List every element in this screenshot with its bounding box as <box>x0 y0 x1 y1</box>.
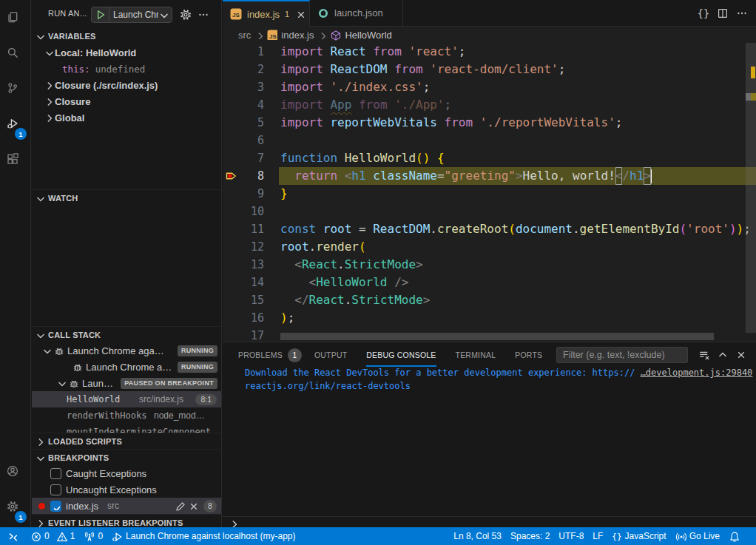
section-header-breakpoints[interactable]: BREAKPOINTS <box>32 449 221 465</box>
section-header-variables[interactable]: VARIABLES <box>32 28 221 44</box>
status-item-errors[interactable]: 0 <box>29 527 51 545</box>
line-number: 16 <box>223 309 264 327</box>
editor-line-10: 10 <box>223 203 756 220</box>
panel-tab-debug-console[interactable]: DEBUG CONSOLE <box>366 342 436 368</box>
activity-bar-item-explorer[interactable] <box>0 2 30 38</box>
console-source-link[interactable]: …development.js:29840 <box>641 366 753 379</box>
breakpoint-label: index.js <box>66 501 98 512</box>
status-item-language-mode[interactable]: {}JavaScript <box>610 527 667 545</box>
scope-label: Closure <box>55 96 90 107</box>
activity-bar-item-run-and-debug[interactable]: 1 <box>0 109 30 144</box>
code-token: const <box>280 220 323 238</box>
bug-icon <box>68 378 79 389</box>
status-bar-left: 010Launch Chrome against localhost (my-a… <box>0 527 297 545</box>
callstack-session-row[interactable]: Launch Chrome aga…RUNNING <box>32 342 221 359</box>
line-number: 1 <box>223 43 264 61</box>
editor-line-5: 5import reportWebVitals from './reportWe… <box>223 114 756 132</box>
variables-scope-row[interactable]: Local: HelloWorld <box>32 44 221 61</box>
status-item-ports-forwarded[interactable]: 0 <box>82 527 104 545</box>
status-item-cursor-position[interactable]: Ln 8, Col 53 <box>452 527 503 545</box>
activity-bar-item-settings[interactable]: 1 <box>0 492 30 527</box>
status-item-label: LF <box>593 531 603 541</box>
variables-scope-row[interactable]: Closure <box>32 93 221 109</box>
variables-scope-row[interactable]: Global <box>32 109 221 126</box>
overview-ruler-mark <box>746 93 751 101</box>
code-token: ; <box>558 61 566 78</box>
tab-close-button[interactable] <box>295 9 306 20</box>
code-token: = <box>437 167 445 185</box>
breakpoint-row[interactable]: index.jssrc8 <box>32 498 221 514</box>
tab-index.js[interactable]: JSindex.js1 <box>223 0 310 27</box>
code-editor[interactable]: 1import React from 'react';2import React… <box>223 43 756 342</box>
code-token: from <box>394 61 430 78</box>
status-item-notifications[interactable] <box>727 527 744 545</box>
status-item-debug-session[interactable]: Launch Chrome against localhost (my-app) <box>110 527 297 545</box>
activity-bar-item-extensions[interactable] <box>0 144 30 180</box>
breadcrumb-item-HelloWorld[interactable]: HelloWorld <box>330 30 391 41</box>
callstack-frame-row[interactable]: renderWithHooksnode_mod… <box>32 407 221 424</box>
section-header-watch[interactable]: WATCH <box>32 189 221 206</box>
panel-tab-label: DEBUG CONSOLE <box>366 351 436 359</box>
clear-console-button[interactable] <box>695 346 713 364</box>
activity-bar-item-accounts[interactable] <box>0 456 30 492</box>
clear-icon <box>698 349 710 361</box>
code-token: import <box>280 61 330 78</box>
panel-tab-output[interactable]: OUTPUT <box>314 342 347 368</box>
sticky-scroll-button[interactable]: {} <box>694 4 713 23</box>
variable-name: this: <box>62 64 90 75</box>
views-more-button[interactable] <box>195 7 212 23</box>
panel-tab-terminal[interactable]: TERMINAL <box>456 342 496 368</box>
status-item-go-live[interactable]: Go Live <box>674 527 721 545</box>
launch-config-control[interactable]: Launch Chro <box>91 7 172 23</box>
section-label: CALL STACK <box>48 331 101 339</box>
scope-label: Closure (./src/index.js) <box>55 80 158 91</box>
more-actions-button[interactable] <box>732 4 752 23</box>
problems-count-badge: 1 <box>288 348 302 362</box>
status-item-label: Ln 8, Col 53 <box>453 531 502 541</box>
panel-tab-ports[interactable]: PORTS <box>515 342 542 368</box>
code-token: from <box>445 114 480 132</box>
edit-breakpoint-button[interactable] <box>173 499 186 512</box>
console-filter-input[interactable] <box>556 347 688 363</box>
exception-option-row[interactable]: Uncaught Exceptions <box>32 481 221 498</box>
variables-scope-row[interactable]: Closure (./src/index.js) <box>32 77 221 93</box>
checkbox-unchecked[interactable] <box>50 484 61 495</box>
debug-settings-button[interactable] <box>178 7 194 23</box>
vertical-scrollbar[interactable] <box>746 43 756 333</box>
status-item-eol[interactable]: LF <box>591 527 604 545</box>
activity-bar-item-search[interactable] <box>0 38 30 73</box>
stack-frame-name: mountIndeterminateComponent <box>67 427 211 433</box>
checkbox-unchecked[interactable] <box>50 468 61 479</box>
status-item-encoding[interactable]: UTF-8 <box>557 527 585 545</box>
callstack-frame-row[interactable]: mountIndeterminateComponent <box>32 424 221 433</box>
section-header-event-listener-breakpoints[interactable]: EVENT LISTENER BREAKPOINTS <box>32 514 221 527</box>
line-number: 13 <box>223 256 264 274</box>
breadcrumb-item-src[interactable]: src <box>238 30 251 41</box>
maximize-panel-button[interactable] <box>713 346 732 364</box>
status-item-warnings[interactable]: 1 <box>51 527 77 545</box>
tab-launch.json[interactable]: launch.json <box>310 0 403 26</box>
editor-line-1: 1import React from 'react'; <box>223 43 756 61</box>
callstack-session-row[interactable]: Launch Chrome a…RUNNING <box>32 359 221 375</box>
start-debugging-button[interactable] <box>92 7 109 22</box>
horizontal-scrollbar[interactable] <box>280 333 714 340</box>
panel-tab-problems[interactable]: PROBLEMS1 <box>238 342 302 368</box>
checkbox-checked[interactable] <box>50 501 61 512</box>
close-panel-button[interactable] <box>732 346 750 364</box>
breadcrumb-item-index.js[interactable]: JSindex.js <box>267 30 314 41</box>
status-item-remote[interactable] <box>6 527 23 545</box>
chevron-down-icon <box>158 10 172 20</box>
exception-option-row[interactable]: Caught Exceptions <box>32 465 221 481</box>
callstack-session-row[interactable]: Laun…PAUSED ON BREAKPOINT <box>32 375 221 391</box>
code-token: > <box>644 167 651 185</box>
status-item-indentation[interactable]: Spaces: 2 <box>509 527 551 545</box>
variable-row[interactable]: this:undefined <box>32 61 221 77</box>
split-editor-button[interactable] <box>713 4 732 23</box>
activity-bar-item-source-control[interactable] <box>0 73 30 109</box>
section-header-call-stack[interactable]: CALL STACK <box>32 326 221 342</box>
section-header-loaded-scripts[interactable]: LOADED SCRIPTS <box>32 433 221 449</box>
line-code: <HelloWorld /> <box>280 274 408 291</box>
callstack-frame-row[interactable]: HelloWorldsrc/index.js8:1 <box>32 391 221 407</box>
section-label: EVENT LISTENER BREAKPOINTS <box>48 518 183 527</box>
remove-breakpoint-button[interactable] <box>186 499 200 512</box>
